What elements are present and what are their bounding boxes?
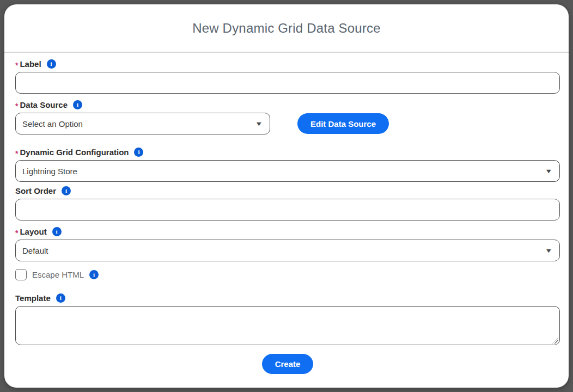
create-button[interactable]: Create	[262, 354, 314, 374]
template-label: Template	[15, 293, 51, 303]
dynamic-grid-configuration-label-row: * Dynamic Grid Configuration i	[15, 148, 560, 157]
sort-order-field-group: Sort Order i	[15, 186, 560, 220]
data-source-controls: Select an Option ▼ Edit Data Source	[15, 113, 560, 134]
required-asterisk: *	[15, 61, 18, 70]
dynamic-grid-configuration-selected-value: Lightning Store	[22, 167, 77, 176]
data-source-select[interactable]: Select an Option ▼	[15, 113, 270, 134]
layout-select[interactable]: Default ▼	[15, 240, 560, 261]
dynamic-grid-configuration-label: Dynamic Grid Configuration	[20, 148, 129, 157]
modal-footer: Create	[15, 354, 560, 374]
info-icon[interactable]: i	[62, 186, 71, 195]
info-icon[interactable]: i	[56, 293, 65, 303]
label-field-label-row: * Label i	[15, 59, 560, 69]
info-icon[interactable]: i	[134, 148, 143, 157]
escape-html-label: Escape HTML	[32, 270, 84, 279]
required-asterisk: *	[15, 149, 18, 158]
new-dynamic-grid-data-source-modal: New Dynamic Grid Data Source * Label i *…	[4, 4, 569, 388]
escape-html-row: Escape HTML i	[15, 269, 560, 280]
dynamic-grid-configuration-field-group: * Dynamic Grid Configuration i Lightning…	[15, 148, 560, 182]
required-asterisk: *	[15, 229, 18, 237]
template-label-row: Template i	[15, 293, 560, 303]
info-icon[interactable]: i	[73, 100, 82, 109]
chevron-down-icon: ▼	[545, 168, 553, 174]
layout-label: Layout	[20, 227, 46, 236]
sort-order-label: Sort Order	[15, 186, 56, 195]
sort-order-label-row: Sort Order i	[15, 186, 560, 195]
layout-selected-value: Default	[22, 246, 48, 255]
chevron-down-icon: ▼	[545, 247, 553, 254]
label-input[interactable]	[15, 72, 560, 94]
data-source-selected-value: Select an Option	[22, 119, 83, 128]
label-field-label: Label	[20, 59, 41, 69]
template-textarea[interactable]	[15, 306, 560, 345]
modal-title: New Dynamic Grid Data Source	[192, 21, 381, 36]
data-source-label-row: * Data Source i	[15, 100, 560, 109]
template-textarea-wrap	[15, 306, 560, 345]
template-field-group: Template i	[15, 293, 560, 345]
dynamic-grid-configuration-select[interactable]: Lightning Store ▼	[15, 160, 560, 182]
chevron-down-icon: ▼	[255, 120, 263, 127]
label-field-group: * Label i	[15, 59, 560, 94]
info-icon[interactable]: i	[89, 270, 99, 279]
modal-header: New Dynamic Grid Data Source	[4, 4, 569, 53]
data-source-field-group: * Data Source i Select an Option ▼ Edit …	[15, 100, 560, 134]
sort-order-input[interactable]	[15, 199, 560, 220]
modal-body: * Label i * Data Source i Select an Opti…	[4, 59, 569, 374]
info-icon[interactable]: i	[47, 59, 56, 69]
layout-field-group: * Layout i Default ▼	[15, 227, 560, 261]
info-icon[interactable]: i	[52, 227, 62, 236]
data-source-label: Data Source	[20, 100, 68, 109]
required-asterisk: *	[15, 102, 18, 111]
escape-html-checkbox[interactable]	[15, 269, 27, 280]
edit-data-source-button[interactable]: Edit Data Source	[297, 113, 389, 134]
layout-label-row: * Layout i	[15, 227, 560, 236]
